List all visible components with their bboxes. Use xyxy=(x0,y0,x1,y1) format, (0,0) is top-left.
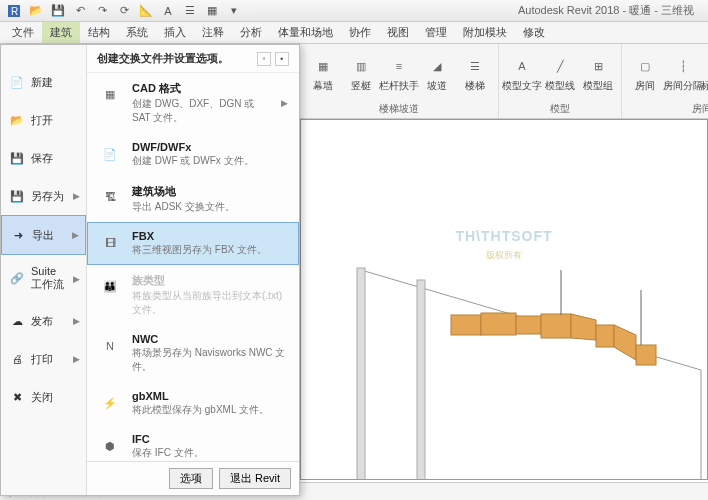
ribbon-房间[interactable]: ▢房间 xyxy=(628,46,662,102)
menu-item-系统[interactable]: 系统 xyxy=(118,22,156,43)
ribbon-group-label: 模型 xyxy=(550,102,570,116)
print-icon: 🖨 xyxy=(7,350,27,368)
ribbon-竖梃[interactable]: ▥竖梃 xyxy=(344,46,378,102)
export-panel-title: 创建交换文件并设置选项。 xyxy=(97,51,229,66)
sync-icon[interactable]: ⟳ xyxy=(114,2,134,20)
menu-item-修改[interactable]: 修改 xyxy=(515,22,553,43)
menu-item-结构[interactable]: 结构 xyxy=(80,22,118,43)
close-icon: ✖ xyxy=(7,388,27,406)
ribbon-group: ▦幕墙▥竖梃≡栏杆扶手◢坡道☰楼梯楼梯坡道 xyxy=(300,44,499,118)
ribbon-group: ▢房间┆房间分隔🏷标记房间▭面积▧面积边界房间和面积 ▾ xyxy=(622,44,708,118)
nwc-icon: N xyxy=(96,333,124,359)
app-menu-dropdown: 📄新建📂打开💾保存💾另存为▶➜导出▶🔗Suite 工作流▶☁发布▶🖨打印▶✖关闭… xyxy=(0,44,300,496)
model-viewport[interactable]: TH\THTSOFT 版权所有 xyxy=(300,119,708,480)
menu-print[interactable]: 🖨打印▶ xyxy=(1,340,86,378)
menu-close[interactable]: ✖关闭 xyxy=(1,378,86,416)
open-icon[interactable]: 📂 xyxy=(26,2,46,20)
export-panel-toolbar: ▫ ▪ xyxy=(257,52,289,66)
export-fbx[interactable]: 🎞FBX将三维视图另存为 FBX 文件。 xyxy=(87,222,299,265)
gbxml-icon: ⚡ xyxy=(96,390,124,416)
revit-logo-icon[interactable]: R xyxy=(4,2,24,20)
qat-btn[interactable]: ☰ xyxy=(180,2,200,20)
svg-marker-15 xyxy=(614,325,636,360)
ribbon-坡道[interactable]: ◢坡道 xyxy=(420,46,454,102)
menu-publish[interactable]: ☁发布▶ xyxy=(1,302,86,340)
ribbon-房间分隔[interactable]: ┆房间分隔 xyxy=(666,46,700,102)
exit-revit-button[interactable]: 退出 Revit xyxy=(219,468,291,489)
dwf-icon: 📄 xyxy=(96,141,124,167)
recent-small-icon[interactable]: ▫ xyxy=(257,52,271,66)
export-family[interactable]: 👪族类型将族类型从当前族导出到文本(.txt)文件。 xyxy=(87,265,299,325)
export-ifc[interactable]: ⬢IFC保存 IFC 文件。 xyxy=(87,425,299,461)
menu-save[interactable]: 💾保存 xyxy=(1,139,86,177)
text-icon[interactable]: A xyxy=(158,2,178,20)
redo-icon[interactable]: ↷ xyxy=(92,2,112,20)
qat-btn[interactable]: ▦ xyxy=(202,2,222,20)
svg-rect-9 xyxy=(451,315,481,335)
menu-item-分析[interactable]: 分析 xyxy=(232,22,270,43)
menu-item-插入[interactable]: 插入 xyxy=(156,22,194,43)
svg-rect-8 xyxy=(357,268,365,479)
cad-icon: ▦ xyxy=(96,81,124,107)
ribbon-幕墙[interactable]: ▦幕墙 xyxy=(306,46,340,102)
chevron-right-icon: ▶ xyxy=(73,354,80,364)
A-icon: A xyxy=(511,55,533,77)
sep-icon: ┆ xyxy=(672,55,694,77)
measure-icon[interactable]: 📐 xyxy=(136,2,156,20)
ribbon-group: A模型文字╱模型线⊞模型组模型 xyxy=(499,44,622,118)
menu-saveas[interactable]: 💾另存为▶ xyxy=(1,177,86,215)
watermark-sub: 版权所有 xyxy=(486,249,522,262)
svg-rect-10 xyxy=(481,313,516,335)
export-gbxml[interactable]: ⚡gbXML将此模型保存为 gbXML 文件。 xyxy=(87,382,299,425)
menu-item-注释[interactable]: 注释 xyxy=(194,22,232,43)
save-icon: 💾 xyxy=(7,149,27,167)
svg-text:R: R xyxy=(11,6,18,17)
qat-dropdown-icon[interactable]: ▾ xyxy=(224,2,244,20)
quick-access-toolbar: R 📂 💾 ↶ ↷ ⟳ 📐 A ☰ ▦ ▾ xyxy=(4,2,244,20)
save-icon[interactable]: 💾 xyxy=(48,2,68,20)
export-panel-header: 创建交换文件并设置选项。 ▫ ▪ xyxy=(87,45,299,73)
titlebar: R 📂 💾 ↶ ↷ ⟳ 📐 A ☰ ▦ ▾ Autodesk Revit 201… xyxy=(0,0,708,22)
recent-large-icon[interactable]: ▪ xyxy=(275,52,289,66)
bars-icon: ▥ xyxy=(350,55,372,77)
menu-suite[interactable]: 🔗Suite 工作流▶ xyxy=(1,255,86,302)
3d-model-render xyxy=(301,120,707,479)
ifc-icon: ⬢ xyxy=(96,433,124,459)
export-cad[interactable]: ▦CAD 格式创建 DWG、DXF、DGN 或 SAT 文件。▶ xyxy=(87,73,299,133)
menu-item-管理[interactable]: 管理 xyxy=(417,22,455,43)
chevron-right-icon: ▶ xyxy=(73,274,80,284)
group-icon: ⊞ xyxy=(587,55,609,77)
saveas-icon: 💾 xyxy=(7,187,27,205)
menu-item-视图[interactable]: 视图 xyxy=(379,22,417,43)
app-menu-right: 创建交换文件并设置选项。 ▫ ▪ ▦CAD 格式创建 DWG、DXF、DGN 或… xyxy=(87,45,299,495)
ribbon-模型线[interactable]: ╱模型线 xyxy=(543,46,577,102)
suite-icon: 🔗 xyxy=(7,270,27,288)
menu-item-体量和场地[interactable]: 体量和场地 xyxy=(270,22,341,43)
watermark: TH\THTSOFT xyxy=(455,228,552,244)
chevron-right-icon: ▶ xyxy=(73,191,80,201)
ribbon-楼梯[interactable]: ☰楼梯 xyxy=(458,46,492,102)
menu-new[interactable]: 📄新建 xyxy=(1,63,86,101)
menu-export[interactable]: ➜导出▶ xyxy=(1,215,86,255)
export-dwf[interactable]: 📄DWF/DWFx创建 DWF 或 DWFx 文件。 xyxy=(87,133,299,176)
chevron-right-icon: ▶ xyxy=(73,316,80,326)
rail-icon: ≡ xyxy=(388,55,410,77)
ribbon-模型组[interactable]: ⊞模型组 xyxy=(581,46,615,102)
menu-item-协作[interactable]: 协作 xyxy=(341,22,379,43)
undo-icon[interactable]: ↶ xyxy=(70,2,90,20)
ribbon-group-label: 房间和面积 ▾ xyxy=(692,102,708,116)
export-site[interactable]: 🏗建筑场地导出 ADSK 交换文件。 xyxy=(87,176,299,222)
svg-rect-7 xyxy=(417,280,425,479)
ribbon-模型文字[interactable]: A模型文字 xyxy=(505,46,539,102)
site-icon: 🏗 xyxy=(96,184,124,210)
ribbon-栏杆扶手[interactable]: ≡栏杆扶手 xyxy=(382,46,416,102)
options-button[interactable]: 选项 xyxy=(169,468,213,489)
export-list: ▦CAD 格式创建 DWG、DXF、DGN 或 SAT 文件。▶📄DWF/DWF… xyxy=(87,73,299,461)
ribbon-标记房间[interactable]: 🏷标记房间 xyxy=(704,46,708,102)
menu-item-建筑[interactable]: 建筑 xyxy=(42,22,80,43)
menu-item-附加模块[interactable]: 附加模块 xyxy=(455,22,515,43)
menu-open[interactable]: 📂打开 xyxy=(1,101,86,139)
publish-icon: ☁ xyxy=(7,312,27,330)
menu-item-文件[interactable]: 文件 xyxy=(4,22,42,43)
export-nwc[interactable]: NNWC将场景另存为 Navisworks NWC 文件。 xyxy=(87,325,299,382)
